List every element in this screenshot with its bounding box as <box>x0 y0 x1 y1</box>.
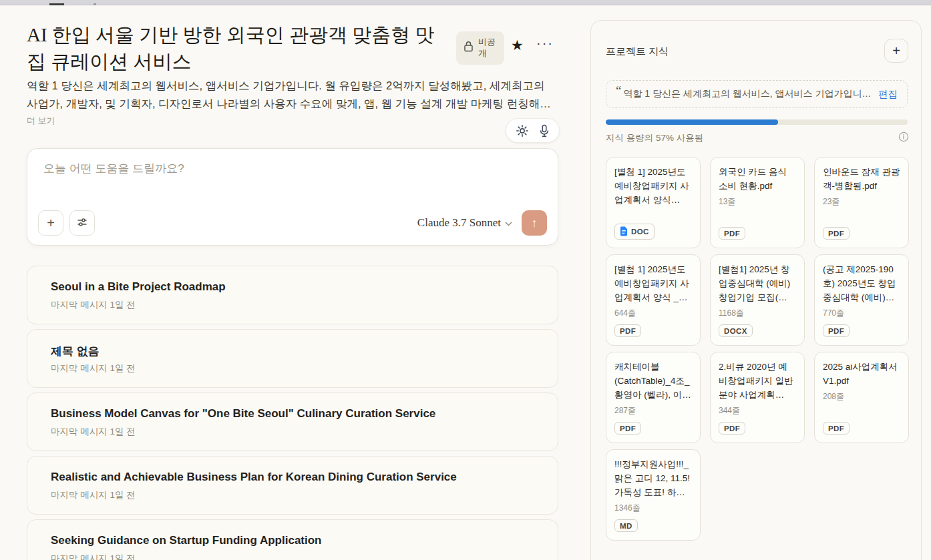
project-title: AI 한입 서울 기반 방한 외국인 관광객 맞춤형 맛집 큐레이션 서비스 <box>27 21 441 75</box>
file-name: 외국인 카드 음식 소비 현황.pdf <box>719 166 796 194</box>
chat-title: Realistic and Achievable Business Plan f… <box>51 471 542 484</box>
chevron-down-icon <box>505 216 512 230</box>
file-name: 2.비큐 2020년 예비창업패키지 일반분야 사업계획서.pdf <box>719 360 796 402</box>
ellipsis-icon: ··· <box>536 35 554 50</box>
knowledge-panel-title: 프로젝트 지식 <box>606 45 669 58</box>
file-type-badge: PDF <box>823 324 850 337</box>
chat-list-item[interactable]: Seeking Guidance on Startup Funding Appl… <box>27 519 558 560</box>
quote-icon: “ <box>616 81 621 101</box>
lock-icon <box>463 41 474 55</box>
file-name: !!!정부지원사업!!!_맑은 고디 12, 11.5! 가독성 도표! 하루전… <box>614 458 692 500</box>
capacity-row: 지식 용량의 57% 사용됨 <box>606 131 909 145</box>
file-type-label: MD <box>620 522 632 530</box>
file-name: 캐치테이블 (CatchTable)_4조_황영아 (벨라), 이양... <box>614 360 692 402</box>
file-type-label: PDF <box>620 327 636 335</box>
file-name: 2025 ai사업계획서 V1.pdf <box>823 360 900 388</box>
chat-list-item[interactable]: Business Model Canvas for "One Bite Seou… <box>27 392 558 451</box>
sliders-icon <box>77 216 87 231</box>
visibility-badge[interactable]: 비공개 <box>456 31 504 65</box>
chat-meta: 마지막 메시지 1일 전 <box>51 426 136 438</box>
browser-chrome-strip <box>0 0 931 5</box>
file-name: 인바운드 잠재 관광객-병합됨.pdf <box>823 166 900 194</box>
file-line-count: 1168줄 <box>719 308 796 319</box>
knowledge-file-card[interactable]: [별첨 1] 2025년도 예비창업패키지 사업계획서 양식 _공유용... 6… <box>606 254 701 346</box>
input-tools-pill <box>506 118 560 143</box>
file-type-label: DOCX <box>724 327 747 335</box>
attach-button[interactable]: + <box>38 210 63 236</box>
chat-title: Business Model Canvas for "One Bite Seou… <box>51 407 542 421</box>
composer-toolbar: + Claude 3.7 Sonnet ↑ <box>38 210 547 236</box>
visibility-badge-label: 비공개 <box>478 37 497 59</box>
knowledge-file-card[interactable]: !!!정부지원사업!!!_맑은 고디 12, 11.5! 가독성 도표! 하루전… <box>606 449 701 541</box>
chat-list-item[interactable]: Realistic and Achievable Business Plan f… <box>27 456 558 515</box>
chat-meta: 마지막 메시지 1일 전 <box>51 489 136 501</box>
file-type-label: PDF <box>828 230 844 238</box>
doc-file-icon <box>620 226 628 238</box>
settings-gear-icon[interactable] <box>516 124 529 137</box>
capacity-progress-bar <box>606 119 908 125</box>
project-knowledge-panel: 프로젝트 지식 + “ 역할 1 당신은 세계최고의 웹서비스, 앱서비스 기업… <box>590 20 922 560</box>
edit-instructions-link[interactable]: 편집 <box>878 88 898 101</box>
arrow-up-icon: ↑ <box>532 216 538 230</box>
file-type-badge: PDF <box>823 227 850 240</box>
chat-title: Seeking Guidance on Startup Funding Appl… <box>51 534 542 547</box>
file-name: [별첨 1] 2025년도 예비창업패키지 사업계획서 양식 (1).docx <box>614 166 692 208</box>
knowledge-file-card[interactable]: (공고 제2025-190호) 2025년도 창업중심대학 (예비)창업... … <box>814 254 909 346</box>
show-more-link[interactable]: 더 보기 <box>27 115 55 127</box>
file-type-badge: PDF <box>614 324 641 337</box>
file-line-count: 1346줄 <box>614 503 692 514</box>
capacity-label: 지식 용량의 57% 사용됨 <box>606 132 703 144</box>
knowledge-files-grid: [별첨 1] 2025년도 예비창업패키지 사업계획서 양식 (1).docx … <box>606 157 909 541</box>
star-icon: ★ <box>511 37 524 53</box>
instructions-text: 역할 1 당신은 세계최고의 웹서비스, 앱서비스 기업가입니다. 월 유... <box>623 88 872 100</box>
chat-meta: 마지막 메시지 1일 전 <box>51 553 136 560</box>
chat-meta: 마지막 메시지 1일 전 <box>51 362 136 374</box>
file-type-label: PDF <box>620 425 636 433</box>
plus-icon: + <box>892 43 900 59</box>
file-type-label: PDF <box>828 327 844 335</box>
composer: + Claude 3.7 Sonnet ↑ <box>27 148 558 246</box>
knowledge-file-card[interactable]: 2025 ai사업계획서 V1.pdf 208줄 PDF <box>814 352 909 443</box>
plus-icon: + <box>47 216 55 231</box>
chrome-mark <box>49 3 64 5</box>
knowledge-file-card[interactable]: [별첨1] 2025년 창업중심대학 (예비) 창업기업 모집(권역 내 ...… <box>710 254 805 346</box>
knowledge-file-card[interactable]: 2.비큐 2020년 예비창업패키지 일반분야 사업계획서.pdf 344줄 P… <box>710 352 805 443</box>
file-line-count: 287줄 <box>614 405 692 416</box>
add-knowledge-button[interactable]: + <box>884 39 908 63</box>
chat-input[interactable] <box>43 162 538 176</box>
file-line-count: 13줄 <box>719 196 796 208</box>
file-line-count: 644줄 <box>614 308 692 319</box>
project-instructions-preview[interactable]: “ 역할 1 당신은 세계최고의 웹서비스, 앱서비스 기업가입니다. 월 유.… <box>606 80 908 108</box>
file-line-count: 344줄 <box>719 405 796 416</box>
file-line-count: 770줄 <box>823 308 900 319</box>
file-name: (공고 제2025-190호) 2025년도 창업중심대학 (예비)창업... <box>823 263 900 305</box>
file-name: [별첨 1] 2025년도 예비창업패키지 사업계획서 양식 _공유용... <box>614 263 692 305</box>
send-button[interactable]: ↑ <box>522 210 547 236</box>
file-type-label: PDF <box>724 230 740 238</box>
star-button[interactable]: ★ <box>511 37 524 53</box>
chat-list-item[interactable]: Seoul in a Bite Project Roadmap 마지막 메시지 … <box>27 266 558 324</box>
file-type-badge: PDF <box>823 422 850 435</box>
file-type-badge: DOC <box>614 224 655 240</box>
microphone-icon[interactable] <box>539 124 550 137</box>
knowledge-file-card[interactable]: [별첨 1] 2025년도 예비창업패키지 사업계획서 양식 (1).docx … <box>606 157 701 248</box>
file-name: [별첨1] 2025년 창업중심대학 (예비) 창업기업 모집(권역 내 ... <box>719 263 796 305</box>
chat-meta: 마지막 메시지 1일 전 <box>51 299 136 311</box>
file-type-badge: PDF <box>719 422 745 435</box>
file-line-count: 23줄 <box>823 196 900 208</box>
chat-title: Seoul in a Bite Project Roadmap <box>51 280 542 294</box>
info-icon[interactable] <box>898 131 909 145</box>
file-type-badge: DOCX <box>719 324 753 337</box>
file-type-badge: MD <box>614 519 638 532</box>
knowledge-file-card[interactable]: 외국인 카드 음식 소비 현황.pdf 13줄 PDF <box>710 157 805 248</box>
chrome-dot <box>94 3 96 5</box>
model-name: Claude 3.7 Sonnet <box>417 216 501 230</box>
tools-tune-button[interactable] <box>69 210 95 236</box>
capacity-progress-fill <box>606 119 778 125</box>
file-line-count: 208줄 <box>823 391 900 402</box>
knowledge-file-card[interactable]: 인바운드 잠재 관광객-병합됨.pdf 23줄 PDF <box>814 157 909 248</box>
more-options-button[interactable]: ··· <box>536 35 554 51</box>
chat-list-item[interactable]: 제목 없음 마지막 메시지 1일 전 <box>27 329 558 388</box>
model-selector[interactable]: Claude 3.7 Sonnet <box>417 216 512 230</box>
knowledge-file-card[interactable]: 캐치테이블 (CatchTable)_4조_황영아 (벨라), 이양... 28… <box>606 352 701 443</box>
